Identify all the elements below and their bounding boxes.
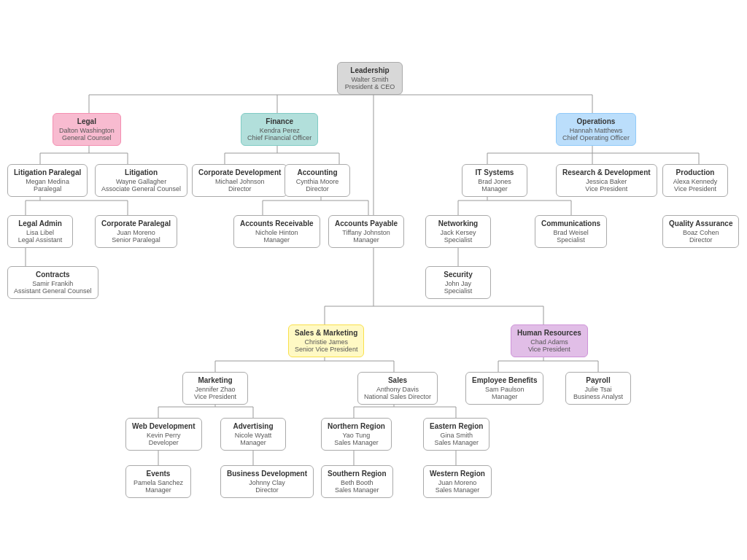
- westernregion-title: Western Region: [430, 470, 485, 478]
- events-node: Events Pamela Sanchez Manager: [125, 465, 191, 498]
- research-dev-node: Research & Development Jessica Baker Vic…: [556, 164, 657, 197]
- finance-title: Finance: [247, 117, 311, 125]
- events-card: Events Pamela Sanchez Manager: [125, 465, 191, 498]
- finance-role: Chief Financial Officer: [247, 134, 311, 141]
- operations-title: Operations: [562, 117, 630, 125]
- litigation-card: Litigation Wayne Gallagher Associate Gen…: [95, 164, 187, 197]
- production-card: Production Alexa Kennedy Vice President: [662, 164, 728, 197]
- security-card: Security John Jay Specialist: [425, 266, 491, 299]
- southernregion-title: Southern Region: [328, 470, 387, 478]
- leadership-name: Walter Smith: [344, 76, 396, 83]
- qa-name: Boaz Cohen: [669, 229, 732, 236]
- accounting-name: Cynthia Moore: [291, 178, 344, 185]
- bizdev-name: Johnny Clay: [227, 479, 307, 486]
- networking-name: Jack Kersey: [432, 229, 484, 236]
- advertising-name: Nicole Wyatt: [227, 432, 279, 439]
- it-systems-card: IT Systems Brad Jones Manager: [462, 164, 527, 197]
- ap-name: Tiffany Johnston: [335, 229, 398, 236]
- corporate-paralegal-card: Corporate Paralegal Juan Moreno Senior P…: [95, 215, 177, 248]
- payroll-title: Payroll: [572, 376, 624, 384]
- accounting-card: Accounting Cynthia Moore Director: [285, 164, 350, 197]
- salesmarketing-role: Senior Vice President: [295, 346, 357, 353]
- contracts-node: Contracts Samir Frankih Assistant Genera…: [7, 266, 98, 299]
- easternregion-name: Gina Smith: [430, 432, 483, 439]
- operations-role: Chief Operating Officer: [562, 134, 630, 141]
- corporatedev-role: Director: [198, 185, 281, 192]
- legal-admin-node: Legal Admin Lisa Libel Legal Assistant: [7, 215, 73, 248]
- payroll-node: Payroll Julie Tsai Business Analyst: [565, 372, 631, 405]
- sales-marketing-card: Sales & Marketing Christie James Senior …: [288, 324, 364, 357]
- accounts-payable-card: Accounts Payable Tiffany Johnston Manage…: [328, 215, 404, 248]
- easternregion-title: Eastern Region: [430, 422, 483, 430]
- hr-name: Chad Adams: [517, 338, 581, 346]
- itsystems-role: Manager: [468, 185, 521, 192]
- quality-assurance-card: Quality Assurance Boaz Cohen Director: [662, 215, 739, 248]
- production-node: Production Alexa Kennedy Vice President: [662, 164, 728, 197]
- accounts-receivable-node: Accounts Receivable Nichole Hinton Manag…: [233, 215, 320, 248]
- communications-name: Brad Weisel: [541, 229, 600, 236]
- security-node: Security John Jay Specialist: [425, 266, 491, 299]
- sales-name: Anthony Davis: [364, 386, 431, 393]
- southernregion-role: Sales Manager: [328, 486, 387, 494]
- employee-benefits-card: Employee Benefits Sam Paulson Manager: [465, 372, 543, 405]
- litigationparalegal-name: Megan Medina: [14, 178, 81, 185]
- web-development-node: Web Development Kevin Perry Developer: [125, 418, 202, 451]
- research-dev-card: Research & Development Jessica Baker Vic…: [556, 164, 657, 197]
- business-development-node: Business Development Johnny Clay Directo…: [220, 465, 314, 498]
- southern-region-card: Southern Region Beth Booth Sales Manager: [321, 465, 393, 498]
- operations-node: Operations Hannah Matthews Chief Operati…: [556, 113, 636, 146]
- northernregion-role: Sales Manager: [328, 439, 385, 446]
- marketing-title: Marketing: [189, 376, 241, 384]
- corporateparalegal-role: Senior Paralegal: [101, 236, 171, 244]
- northernregion-name: Yao Tung: [328, 432, 385, 439]
- sales-node: Sales Anthony Davis National Sales Direc…: [357, 372, 438, 405]
- payroll-role: Business Analyst: [572, 393, 624, 400]
- northern-region-node: Northern Region Yao Tung Sales Manager: [321, 418, 392, 451]
- leadership-card: Leadership Walter Smith President & CEO: [337, 62, 403, 95]
- legal-role: General Counsel: [59, 134, 115, 141]
- southernregion-name: Beth Booth: [328, 479, 387, 486]
- networking-node: Networking Jack Kersey Specialist: [425, 215, 491, 248]
- litigation-node: Litigation Wayne Gallagher Associate Gen…: [95, 164, 187, 197]
- human-resources-node: Human Resources Chad Adams Vice Presiden…: [511, 324, 588, 357]
- litigation-name: Wayne Gallagher: [101, 178, 181, 185]
- sales-role: National Sales Director: [364, 393, 431, 400]
- legaladmin-role: Legal Assistant: [14, 236, 66, 244]
- eb-role: Manager: [472, 393, 537, 400]
- corporatedev-title: Corporate Development: [198, 168, 281, 176]
- networking-title: Networking: [432, 219, 484, 228]
- advertising-title: Advertising: [227, 422, 279, 430]
- contracts-card: Contracts Samir Frankih Assistant Genera…: [7, 266, 98, 299]
- marketing-card: Marketing Jennifer Zhao Vice President: [182, 372, 248, 405]
- events-name: Pamela Sanchez: [132, 479, 185, 486]
- corporate-paralegal-node: Corporate Paralegal Juan Moreno Senior P…: [95, 215, 177, 248]
- accounting-role: Director: [291, 185, 344, 192]
- employee-benefits-node: Employee Benefits Sam Paulson Manager: [465, 372, 543, 405]
- sales-card: Sales Anthony Davis National Sales Direc…: [357, 372, 438, 405]
- events-title: Events: [132, 470, 185, 478]
- litigation-title: Litigation: [101, 168, 181, 176]
- accounts-payable-node: Accounts Payable Tiffany Johnston Manage…: [328, 215, 404, 248]
- communications-card: Communications Brad Weisel Specialist: [535, 215, 607, 248]
- litigation-paralegal-card: Litigation Paralegal Megan Medina Parale…: [7, 164, 88, 197]
- ar-role: Manager: [240, 236, 314, 244]
- business-dev-card: Business Development Johnny Clay Directo…: [220, 465, 314, 498]
- legal-name: Dalton Washington: [59, 127, 115, 134]
- ap-title: Accounts Payable: [335, 219, 398, 228]
- marketing-node: Marketing Jennifer Zhao Vice President: [182, 372, 248, 405]
- networking-card: Networking Jack Kersey Specialist: [425, 215, 491, 248]
- qa-role: Director: [669, 236, 732, 244]
- communications-role: Specialist: [541, 236, 600, 244]
- ar-title: Accounts Receivable: [240, 219, 314, 228]
- finance-node: Finance Kendra Perez Chief Financial Off…: [241, 113, 318, 146]
- marketing-name: Jennifer Zhao: [189, 386, 241, 393]
- eastern-region-card: Eastern Region Gina Smith Sales Manager: [423, 418, 489, 451]
- corporateparalegal-title: Corporate Paralegal: [101, 219, 171, 228]
- corporate-dev-node: Corporate Development Michael Johnson Di…: [192, 164, 287, 197]
- legaladmin-name: Lisa Libel: [14, 229, 66, 236]
- litigationparalegal-role: Paralegal: [14, 185, 81, 192]
- security-name: John Jay: [432, 280, 484, 287]
- contracts-role: Assistant General Counsel: [14, 287, 92, 295]
- eb-name: Sam Paulson: [472, 386, 537, 393]
- production-name: Alexa Kennedy: [669, 178, 721, 185]
